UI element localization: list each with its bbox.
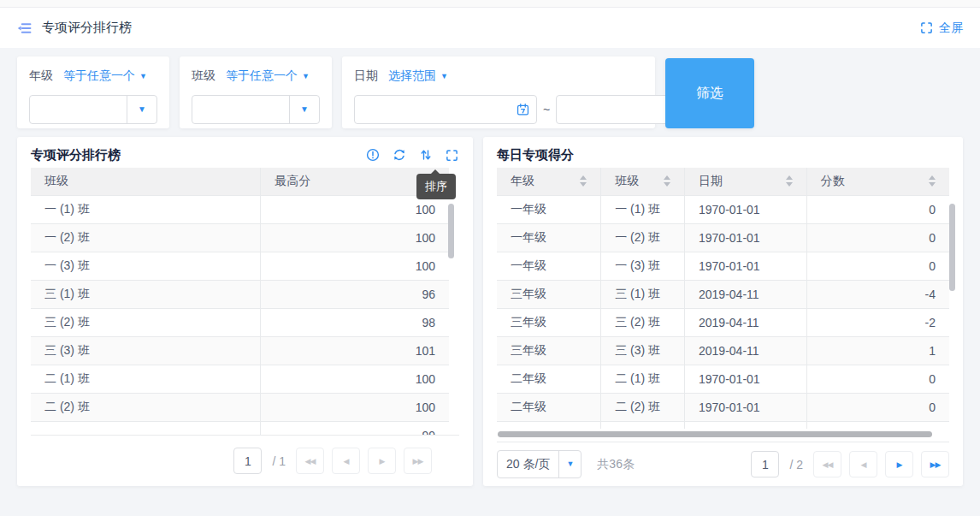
ranking-pagination: / 1 ◀◀ ◀ ▶ ▶▶ xyxy=(31,435,459,486)
sort-caret-icon[interactable] xyxy=(664,175,670,187)
next-page-button[interactable]: ▶ xyxy=(368,448,396,474)
date-range-separator: ~ xyxy=(543,103,550,116)
class-filter-label: 班级 xyxy=(192,68,215,84)
chevron-down-icon: ▼ xyxy=(440,73,448,80)
app-header: 专项评分排行榜 全屏 xyxy=(0,8,980,48)
daily-table: 年级 班级 日期 分数 一年级一 (1) 班1970-01-010 一年级一 (… xyxy=(497,168,949,429)
page-total-label: / 1 xyxy=(272,454,286,468)
total-count-label: 共36条 xyxy=(597,457,635,472)
column-header-class[interactable]: 班级 xyxy=(601,168,685,195)
info-icon[interactable] xyxy=(365,148,380,163)
fullscreen-label: 全屏 xyxy=(939,21,963,36)
daily-score-panel: 每日专项得分 年级 班级 日期 分数 一年级一 (1) 班1970-01-010… xyxy=(483,137,963,486)
chevron-down-icon: ▼ xyxy=(300,105,309,114)
ranking-panel-title: 专项评分排行榜 xyxy=(31,147,121,163)
first-page-button[interactable]: ◀◀ xyxy=(296,448,324,474)
calendar-icon[interactable] xyxy=(516,103,530,117)
table-row: 一 (3) 班100 xyxy=(31,252,449,280)
grade-operator-dropdown[interactable]: 等于任意一个 ▼ xyxy=(63,68,147,84)
table-row: 三 (2) 班98 xyxy=(31,308,449,336)
fullscreen-button[interactable]: 全屏 xyxy=(919,21,963,36)
filter-card-grade: 年级 等于任意一个 ▼ ▼ xyxy=(17,56,169,128)
table-row: 三年级三 (2) 班2019-04-11-2 xyxy=(497,308,949,336)
column-header-score[interactable]: 分数 xyxy=(806,168,949,195)
last-page-button[interactable]: ▶▶ xyxy=(921,451,949,477)
page-title: 专项评分排行榜 xyxy=(42,20,132,36)
table-row-partial: 99 xyxy=(31,421,449,435)
page-size-value: 20 条/页 xyxy=(498,451,558,477)
grade-select-value xyxy=(30,96,127,123)
class-select[interactable]: ▼ xyxy=(192,95,320,124)
ranking-table: 班级 最高分 一 (1) 班100 一 (2) 班100 一 (3) 班100 … xyxy=(31,168,449,435)
column-header-class: 班级 xyxy=(31,168,261,195)
table-row: 二年级二 (2) 班1970-01-010 xyxy=(497,393,949,421)
expand-icon[interactable] xyxy=(445,148,459,163)
ranking-panel: 专项评分排行榜 xyxy=(17,137,473,486)
fullscreen-icon xyxy=(919,21,934,35)
menu-fold-icon[interactable] xyxy=(17,21,32,35)
ranking-toolbar xyxy=(365,148,459,163)
vertical-scrollbar[interactable] xyxy=(448,204,454,258)
filter-row: 年级 等于任意一个 ▼ ▼ 班级 等于任意一个 ▼ ▼ 日期 选择 xyxy=(0,48,980,128)
table-row: 一年级一 (1) 班1970-01-010 xyxy=(497,195,949,223)
table-row: 三年级三 (3) 班2019-04-111 xyxy=(497,336,949,365)
first-page-button[interactable]: ◀◀ xyxy=(813,451,841,477)
refresh-icon[interactable] xyxy=(392,148,406,163)
column-header-date[interactable]: 日期 xyxy=(685,168,807,195)
grade-filter-label: 年级 xyxy=(29,68,53,84)
date-start-input[interactable] xyxy=(361,103,516,116)
next-page-button[interactable]: ▶ xyxy=(885,451,913,477)
table-row: 一 (1) 班100 xyxy=(31,195,449,223)
prev-page-button[interactable]: ◀ xyxy=(849,451,877,477)
table-row-partial xyxy=(497,421,949,429)
table-row: 三 (3) 班101 xyxy=(31,336,449,365)
table-row: 三 (1) 班96 xyxy=(31,280,449,308)
page-number-input[interactable] xyxy=(233,448,262,474)
table-row: 二年级二 (1) 班1970-01-010 xyxy=(497,365,949,393)
chevron-down-icon: ▼ xyxy=(566,460,574,468)
prev-page-button[interactable]: ◀ xyxy=(332,448,360,474)
filter-submit-button[interactable]: 筛选 xyxy=(665,58,754,128)
chevron-down-icon: ▼ xyxy=(139,73,147,80)
class-operator-dropdown[interactable]: 等于任意一个 ▼ xyxy=(226,68,310,84)
table-row: 三年级三 (1) 班2019-04-11-4 xyxy=(497,280,949,308)
filter-card-date: 日期 选择范围 ▼ ~ xyxy=(342,56,655,128)
column-header-grade[interactable]: 年级 xyxy=(497,168,601,195)
sort-tooltip: 排序 xyxy=(416,174,456,199)
chevron-down-icon: ▼ xyxy=(138,105,146,114)
chevron-down-icon: ▼ xyxy=(302,73,310,80)
page-total-label: / 2 xyxy=(789,458,803,472)
date-start-field xyxy=(354,95,537,124)
page-number-input[interactable] xyxy=(751,451,779,477)
daily-panel-title: 每日专项得分 xyxy=(497,147,574,163)
grade-select[interactable]: ▼ xyxy=(29,95,157,124)
panels-row: 专项评分排行榜 xyxy=(0,128,980,486)
vertical-scrollbar[interactable] xyxy=(949,204,955,291)
horizontal-scrollbar[interactable] xyxy=(498,431,932,437)
last-page-button[interactable]: ▶▶ xyxy=(404,448,432,474)
class-select-value xyxy=(192,96,289,123)
filter-card-class: 班级 等于任意一个 ▼ ▼ xyxy=(180,56,332,128)
page-size-select[interactable]: 20 条/页 ▼ xyxy=(497,450,582,478)
sort-icon[interactable] xyxy=(418,148,433,163)
sort-caret-icon[interactable] xyxy=(580,175,587,187)
table-row: 一 (2) 班100 xyxy=(31,223,449,252)
table-row: 二 (2) 班100 xyxy=(31,393,449,421)
page-top-strip xyxy=(0,0,980,8)
table-row: 一年级一 (2) 班1970-01-010 xyxy=(497,223,949,252)
date-operator-dropdown[interactable]: 选择范围 ▼ xyxy=(388,68,448,84)
sort-caret-icon[interactable] xyxy=(786,175,793,187)
table-row: 一年级一 (3) 班1970-01-010 xyxy=(497,252,949,280)
table-row: 二 (1) 班100 xyxy=(31,365,449,393)
date-filter-label: 日期 xyxy=(354,68,378,84)
daily-pagination: 20 条/页 ▼ 共36条 / 2 ◀◀ ◀ ▶ ▶▶ xyxy=(497,442,949,486)
sort-caret-icon[interactable] xyxy=(929,175,936,187)
